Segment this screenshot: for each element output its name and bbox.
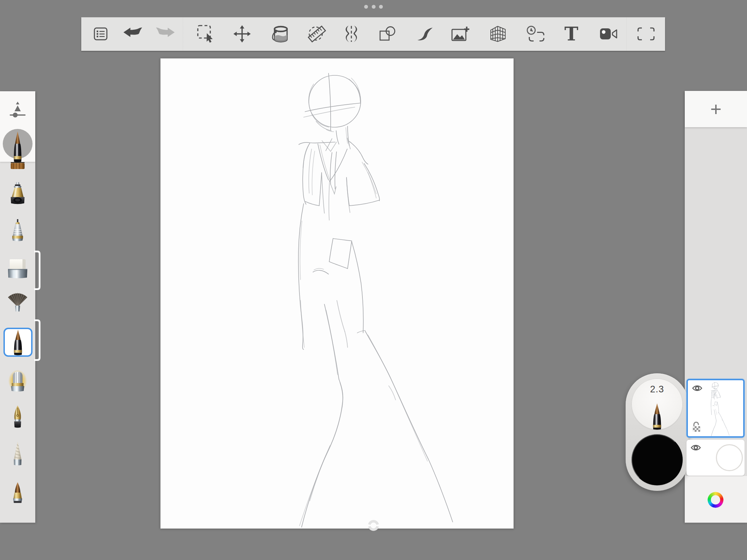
symmetry-tool-button[interactable] [340,23,362,45]
transform-tool-button[interactable] [231,23,253,45]
layers-panel: + [685,91,747,523]
toolbar: T [81,17,665,51]
marquee-select-icon [197,25,215,43]
eraser-icon [7,259,28,279]
brush-size-puck[interactable]: 2.3 [631,379,683,430]
fineliner-pen-icon [10,219,26,242]
sync-ring-icon [367,519,380,532]
paper-stump-icon [11,441,24,466]
color-wheel-icon[interactable] [708,492,723,508]
brush-item-fan-brush[interactable] [0,292,35,312]
layer-tile-background[interactable] [686,440,745,476]
brush-group-bracket [34,319,41,361]
brush-item-fineliner-pen[interactable] [0,219,35,242]
paint-bucket-icon [271,25,289,43]
stroke-tool-button[interactable] [414,23,436,45]
transparency-unlock-icon[interactable] [692,422,701,432]
layer-tile-sketch[interactable] [686,379,745,438]
undo-button[interactable] [122,23,144,45]
perspective-grid-icon [489,26,507,42]
active-brush-preview[interactable] [3,129,33,159]
selection-tool-button[interactable] [195,23,217,45]
fountain-pen-nib-icon [11,405,24,428]
text-icon: T [564,25,578,43]
guides-tool-button[interactable] [306,23,328,45]
redo-button[interactable] [154,23,176,45]
color-puck[interactable] [631,434,683,485]
time-lapse-button[interactable] [524,23,546,45]
flat-wood-brush-icon [11,162,25,169]
brush-item-fountain-pen-nib[interactable] [0,405,35,428]
dot [364,5,368,9]
fill-tool-button[interactable] [269,23,291,45]
add-image-icon [451,26,469,42]
fullscreen-button[interactable] [635,23,657,45]
airbrush-icon [9,182,26,205]
dot [372,5,376,9]
brush-item-flat-wood-brush[interactable] [0,162,35,169]
menu-button[interactable] [90,23,112,45]
drawing-canvas[interactable] [160,58,514,529]
brush-item-airbrush[interactable] [0,182,35,205]
fullscreen-icon [637,27,655,40]
layers-panel-header: + [685,91,747,127]
add-image-button[interactable] [449,23,471,45]
video-camera-icon [599,28,618,40]
small-round-brush-icon [12,482,24,505]
dot [379,5,383,9]
more-options-dots-icon[interactable] [364,5,383,9]
puck-group: 2.3 [626,373,689,491]
round-watercolor-brush-icon [10,131,25,162]
brush-item-paper-stump[interactable] [0,441,35,466]
add-layer-button[interactable]: + [706,99,726,120]
brush-panel [0,91,35,523]
square-circle-icon [379,26,396,41]
layer-visibility-eye-icon[interactable] [691,444,701,451]
layer-visibility-eye-icon[interactable] [692,384,702,392]
fan-brush-icon [7,292,28,312]
brush-item-round-watercolor-selected[interactable] [3,328,33,357]
toolbar-divider [627,17,627,51]
brush-item-glow-flat-brush[interactable] [0,370,35,392]
background-color-circle [716,444,743,472]
perspective-tool-button[interactable] [487,23,509,45]
round-watercolor-brush-icon [649,403,665,430]
redo-arrow-icon [155,27,175,41]
menu-list-icon [94,27,108,40]
time-lapse-icon [526,26,545,42]
shapes-tool-button[interactable] [377,23,399,45]
brush-size-value: 2.3 [631,384,683,395]
undo-arrow-icon [123,27,143,41]
toolbar-divider [183,17,184,51]
brush-item-small-round-brush[interactable] [0,482,35,505]
brush-panel-header [0,91,35,162]
figure-gesture-sketch [160,58,514,529]
curve-stroke-icon [417,27,433,41]
layers-panel-footer [685,476,747,523]
record-button[interactable] [598,23,620,45]
glow-flat-brush-icon [8,370,27,392]
ruler-icon [307,24,326,44]
text-tool-button[interactable]: T [560,23,582,45]
symmetry-icon [343,25,360,43]
round-watercolor-brush-icon [10,329,26,355]
brush-item-eraser[interactable] [0,259,35,279]
brush-group-bracket [34,251,41,290]
brush-size-slider-icon[interactable] [0,101,35,119]
move-arrows-icon [233,25,251,43]
